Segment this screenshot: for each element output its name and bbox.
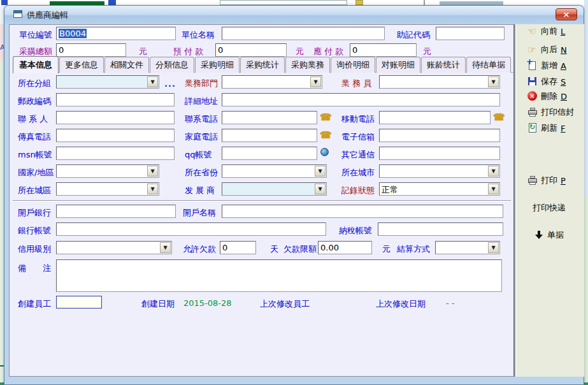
- settlement-combobox[interactable]: ▼: [435, 241, 500, 254]
- tax-account-input[interactable]: [378, 222, 503, 236]
- debt-days-input[interactable]: 0: [220, 241, 256, 254]
- chevron-down-icon[interactable]: ▼: [488, 184, 499, 194]
- sidebar-button-print-express[interactable]: 打印快递: [533, 201, 566, 215]
- creator-label: 創建員工: [18, 298, 51, 310]
- create-date-value: 2015-08-28: [183, 298, 232, 308]
- unit-code-input[interactable]: B0004: [56, 27, 176, 40]
- tab-pending-documents[interactable]: 待结单据: [466, 57, 511, 73]
- bank-account-input[interactable]: [56, 222, 326, 236]
- phone-icon[interactable]: ☎: [320, 112, 332, 123]
- account-name-input[interactable]: [222, 205, 503, 218]
- developer-combobox[interactable]: ▼: [222, 182, 327, 196]
- chevron-down-icon[interactable]: ▼: [488, 166, 499, 177]
- background-window-edge: [0, 0, 588, 5]
- country-combobox[interactable]: ▼: [56, 164, 159, 178]
- settlement-label: 結算方式: [397, 243, 430, 255]
- chevron-down-icon[interactable]: ▼: [488, 76, 499, 87]
- printer-icon: [527, 175, 538, 185]
- section-divider: [13, 200, 511, 201]
- other-contact-input[interactable]: [379, 147, 500, 160]
- province-combobox[interactable]: ▼: [222, 164, 327, 178]
- creator-input[interactable]: [56, 296, 102, 309]
- payable-unit: 元: [423, 46, 431, 57]
- sidebar-button-print[interactable]: 打印P: [527, 173, 566, 187]
- background-right-edge-green: [584, 198, 588, 385]
- dialog-title: 供應商編輯: [27, 10, 68, 21]
- sidebar-button-save[interactable]: 保存S: [527, 75, 566, 89]
- tab-purchase-stats[interactable]: 采购统计: [240, 57, 285, 73]
- chevron-down-icon[interactable]: ▼: [160, 242, 171, 253]
- sidebar-button-delete[interactable]: × 刪除D: [527, 89, 567, 103]
- tab-reconciliation-detail[interactable]: 对账明细: [376, 57, 420, 73]
- chevron-down-icon[interactable]: ▼: [488, 242, 499, 253]
- postal-label: 郵政編碼: [18, 96, 51, 107]
- record-status-combobox[interactable]: 正常▼: [379, 182, 500, 196]
- chevron-down-icon[interactable]: ▼: [315, 184, 326, 194]
- city-combobox[interactable]: ▼: [379, 164, 500, 178]
- msn-input[interactable]: [56, 147, 175, 160]
- district-label: 所在城區: [18, 185, 51, 196]
- sidebar-button-new[interactable]: + 新增A: [527, 59, 566, 73]
- tab-more-info[interactable]: 更多信息: [59, 57, 104, 73]
- salesman-combobox[interactable]: ▼: [379, 75, 500, 89]
- bank-input[interactable]: [56, 205, 176, 218]
- close-button[interactable]: ×: [556, 8, 577, 20]
- group-combobox[interactable]: ▼: [56, 75, 159, 89]
- dept-combobox[interactable]: ▼: [222, 75, 322, 89]
- home-tel-label: 家庭電話: [185, 131, 218, 143]
- contact-tel-input[interactable]: [222, 111, 317, 124]
- mobile-input[interactable]: [379, 111, 491, 124]
- chevron-down-icon[interactable]: ▼: [147, 166, 158, 177]
- postal-input[interactable]: [56, 93, 175, 106]
- mnemonic-label: 助記代碼: [397, 29, 430, 41]
- remark-textarea[interactable]: [56, 259, 502, 292]
- chevron-down-icon[interactable]: ▼: [147, 184, 158, 194]
- credit-level-combobox[interactable]: ▼: [56, 241, 172, 254]
- chevron-down-icon[interactable]: ▼: [147, 76, 158, 87]
- fax-input[interactable]: [56, 129, 175, 142]
- fax-label: 傳真電話: [18, 131, 51, 143]
- sidebar-button-backward[interactable]: ☞ 向后N: [527, 43, 567, 57]
- unit-code-value: B0004: [59, 29, 87, 38]
- sidebar-button-print-envelope[interactable]: 打印信封: [527, 105, 574, 119]
- sidebar-button-forward[interactable]: ☜ 向前L: [527, 24, 565, 38]
- mnemonic-input[interactable]: [436, 27, 505, 40]
- tab-related-files[interactable]: 相關文件: [104, 57, 149, 73]
- debt-limit-label: 欠款限額: [283, 243, 317, 255]
- dialog-titlebar[interactable]: [4, 6, 584, 24]
- tab-category-info[interactable]: 分類信息: [150, 57, 194, 73]
- contact-tel-label: 聯系電話: [185, 113, 218, 125]
- modify-date-label: 上次修改日期: [376, 298, 426, 310]
- unit-name-input[interactable]: [222, 27, 385, 40]
- modify-date-value: - -: [446, 298, 455, 308]
- purchase-total-input[interactable]: 0: [56, 43, 126, 57]
- tab-inquiry-detail[interactable]: 询价明细: [331, 57, 375, 73]
- prepay-input[interactable]: 0: [215, 43, 287, 57]
- msn-label: msn帳號: [18, 149, 52, 161]
- tab-purchase-detail[interactable]: 采购明细: [195, 57, 240, 73]
- bank-account-label: 銀行帳號: [18, 225, 51, 236]
- payable-input[interactable]: 0: [350, 43, 417, 57]
- tab-aging-stats[interactable]: 账龄统计: [421, 57, 466, 73]
- sidebar-button-refresh[interactable]: ↻ 刷新F: [527, 121, 565, 135]
- contact-input[interactable]: [56, 111, 175, 124]
- email-input[interactable]: [379, 129, 500, 142]
- sidebar-button-documents[interactable]: 单据: [534, 228, 564, 242]
- mobile-label: 移動電話: [341, 113, 375, 125]
- tab-purchase-business[interactable]: 采购業務: [285, 57, 330, 73]
- developer-label: 发 展 商: [185, 185, 215, 196]
- address-input[interactable]: [222, 93, 500, 106]
- chevron-down-icon[interactable]: ▼: [310, 76, 321, 87]
- phone-icon[interactable]: ☎: [320, 129, 332, 141]
- tab-basic-info[interactable]: 基本信息: [13, 56, 59, 73]
- chevron-down-icon[interactable]: ▼: [315, 166, 326, 177]
- qq-input[interactable]: [222, 147, 317, 160]
- unit-name-label: 單位名稱: [182, 29, 215, 41]
- messenger-globe-icon[interactable]: [320, 148, 329, 156]
- home-tel-input[interactable]: [222, 129, 317, 142]
- debt-limit-input[interactable]: 0.00: [318, 241, 372, 254]
- district-combobox[interactable]: ▼: [56, 182, 159, 196]
- phone-icon[interactable]: ☎: [493, 112, 505, 123]
- email-label: 電子信箱: [341, 131, 375, 143]
- group-browse-button[interactable]: ...: [164, 79, 176, 89]
